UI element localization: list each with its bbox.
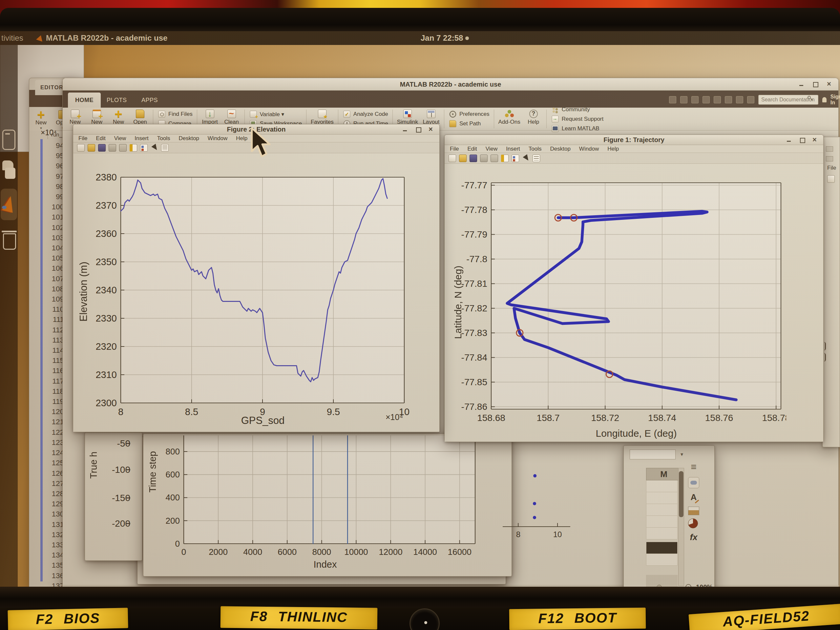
cell-reference-input[interactable] [630, 450, 676, 459]
ribbon-find-files[interactable]: Find Files [158, 110, 193, 118]
spreadsheet-row[interactable] [646, 516, 677, 527]
figure1-title-bar[interactable]: Figure 1: Trajectory [445, 135, 823, 145]
ribbon-variable[interactable]: Variable ▾ [249, 110, 302, 118]
menu-item[interactable]: Edit [96, 135, 105, 142]
maximize-button[interactable] [415, 127, 421, 132]
copy-icon[interactable] [692, 96, 699, 103]
open-icon[interactable] [88, 144, 95, 152]
activities-button[interactable]: tivities [1, 33, 23, 43]
ribbon-learn-matlab[interactable]: Learn MATLAB [551, 124, 604, 133]
close-button[interactable]: × [826, 81, 832, 87]
spreadsheet-row-selected[interactable] [646, 542, 677, 554]
legend-icon[interactable] [161, 144, 169, 152]
navigator-icon[interactable] [688, 518, 698, 528]
help-circle-icon[interactable] [747, 96, 754, 103]
menu-icon[interactable]: ≡ [688, 462, 699, 473]
tab-home[interactable]: HOME [68, 93, 101, 107]
menu-item-file[interactable]: File [827, 165, 836, 171]
scrollbar-thumb[interactable] [679, 471, 684, 517]
ribbon-community[interactable]: Community [551, 105, 604, 114]
save-icon[interactable] [669, 96, 676, 103]
matlab-dock-icon[interactable] [1, 189, 17, 220]
menu-item[interactable]: File [450, 146, 459, 152]
panel-icon[interactable] [501, 155, 508, 162]
laptop-bezel [0, 8, 840, 32]
menu-item[interactable]: View [114, 135, 126, 142]
cursor-icon[interactable] [522, 155, 530, 162]
menu-item[interactable]: Help [236, 135, 248, 142]
close-button[interactable]: × [428, 127, 433, 132]
close-button[interactable]: × [812, 137, 817, 143]
ribbon-analyze-code[interactable]: Analyze Code [343, 110, 388, 118]
menu-item[interactable]: Insert [134, 135, 148, 142]
ribbon-preferences[interactable]: Preferences [448, 110, 489, 118]
menu-item[interactable]: File [79, 135, 87, 142]
properties-icon[interactable] [688, 477, 699, 488]
open-icon[interactable] [459, 155, 467, 162]
menu-item[interactable]: Help [607, 146, 619, 152]
undo-icon[interactable] [714, 96, 721, 103]
ribbon-help[interactable]: Help [525, 108, 542, 129]
tab-plots[interactable]: PLOTS [99, 93, 134, 107]
editor-new-button[interactable]: New ▾ [33, 109, 49, 131]
new-icon[interactable] [77, 144, 85, 152]
switch-icon[interactable] [736, 96, 743, 103]
maximize-button[interactable] [799, 137, 805, 143]
tab-apps[interactable]: APPS [134, 93, 165, 107]
column-header[interactable]: M [646, 468, 682, 480]
panel-icon[interactable] [129, 144, 137, 152]
paste-icon[interactable] [703, 96, 710, 103]
ribbon-request-support[interactable]: Request Support [551, 115, 604, 123]
sign-in-button[interactable]: Sign In [831, 94, 840, 106]
spreadsheet-row[interactable] [646, 554, 677, 566]
tick-label: 158.76 [705, 413, 733, 423]
redo-icon[interactable] [725, 96, 732, 103]
spreadsheet-row[interactable] [646, 480, 677, 492]
spreadsheet-row[interactable] [646, 492, 677, 504]
new-icon[interactable] [448, 155, 456, 162]
bell-icon[interactable] [822, 97, 827, 103]
tick-label: 6000 [278, 547, 297, 557]
menu-item[interactable]: Insert [506, 146, 520, 152]
new-doc-icon[interactable] [827, 175, 835, 183]
print-icon[interactable] [480, 155, 488, 162]
scroll-down-icon[interactable] [826, 156, 833, 161]
maximize-button[interactable] [812, 81, 818, 87]
cut-icon[interactable] [680, 96, 687, 103]
trash-icon[interactable] [2, 229, 16, 250]
line-number: 105 [44, 253, 64, 263]
minimize-button[interactable] [799, 81, 804, 87]
panel2-icon[interactable] [512, 155, 519, 162]
print-icon[interactable] [109, 144, 116, 152]
menu-item[interactable]: Tools [157, 135, 170, 142]
minimize-button[interactable] [786, 137, 792, 143]
menu-item[interactable]: Window [579, 146, 599, 152]
styles-icon[interactable]: A [688, 492, 699, 503]
link-icon[interactable] [119, 144, 127, 152]
ribbon-add-ons[interactable]: Add-Ons [499, 108, 520, 129]
cursor-icon[interactable] [151, 144, 158, 152]
save-icon[interactable] [98, 144, 106, 152]
menu-item[interactable]: View [486, 146, 498, 152]
scroll-up-icon[interactable] [826, 146, 833, 152]
menu-item[interactable]: Window [208, 135, 227, 142]
files-icon[interactable] [2, 161, 16, 181]
matlab-title-bar[interactable]: MATLAB R2022b - academic use [63, 78, 838, 90]
gallery-icon[interactable] [688, 507, 699, 515]
ribbon-set-path[interactable]: Set Path [448, 120, 489, 128]
link-icon[interactable] [491, 155, 498, 162]
legend-icon[interactable] [532, 155, 540, 162]
menu-item[interactable]: Desktop [178, 135, 199, 142]
terminal-icon[interactable] [2, 129, 16, 150]
menu-item[interactable]: Tools [529, 146, 542, 152]
menu-item[interactable]: Desktop [550, 146, 570, 152]
menu-item[interactable]: Edit [467, 146, 477, 152]
spreadsheet-row[interactable] [646, 527, 677, 540]
spreadsheet-row[interactable] [646, 504, 677, 516]
clock[interactable]: Jan 7 22:58 [421, 33, 463, 43]
panel2-icon[interactable] [140, 144, 148, 152]
save-icon[interactable] [469, 155, 477, 162]
functions-icon[interactable]: fx [688, 532, 699, 543]
folder-icon [136, 110, 144, 118]
minimize-button[interactable] [402, 127, 408, 132]
